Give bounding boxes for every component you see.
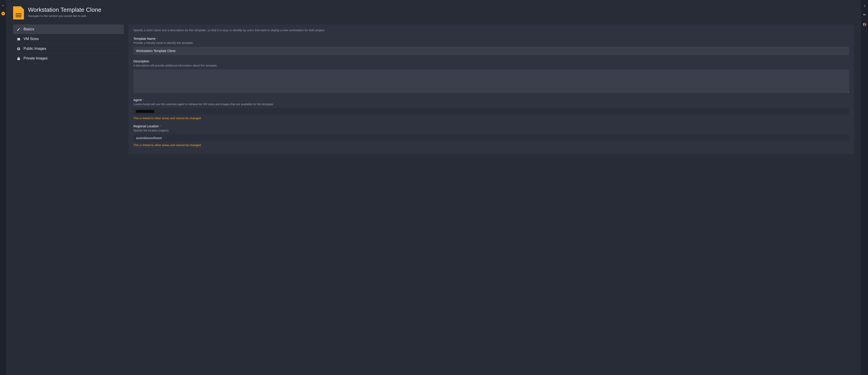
expand-left-rail-icon[interactable]: » [2,4,4,7]
page-header: Workstation Template Clone Navigate to t… [13,6,854,20]
field-template-name: Template Name * Provide a friendly name … [133,37,849,55]
region-locked-value: australiasoutheast [133,134,849,142]
agent-locked-value [133,108,849,115]
field-regional-location: Regional Location * Specify the location… [133,124,849,147]
nav-item-public-images[interactable]: Public Images [13,44,124,54]
description-help: A description will provide additional in… [133,64,849,67]
page-subtitle: Navigate to the section you would like t… [28,14,101,18]
description-input[interactable] [133,69,849,93]
agent-label: Agent [133,98,142,102]
left-rail: » + [0,0,6,375]
collapse-right-rail-icon[interactable]: « [864,4,865,7]
hdd-icon [17,37,20,41]
nav-item-label: Basics [24,27,34,31]
region-label: Regional Location [133,124,159,128]
add-button[interactable]: + [1,12,5,16]
globe-icon [17,47,20,51]
page-title: Workstation Template Clone [28,6,101,13]
agent-redacted-icon [136,110,154,113]
save-icon[interactable] [863,23,866,26]
field-description: Description A description will provide a… [133,59,849,94]
undo-icon[interactable] [863,13,866,17]
template-name-label: Template Name [133,37,156,40]
nav-item-label: Private Images [24,56,48,60]
right-rail: « [861,0,868,375]
required-marker: * [156,37,158,40]
template-name-input[interactable] [133,47,849,55]
document-icon [13,6,24,20]
form-panel: Specify a short name and a description f… [128,24,854,154]
nav-item-vm-sizes[interactable]: VM Sizes [13,34,124,44]
lock-icon [17,57,20,60]
pencil-icon [17,27,20,31]
agent-locked-note: This is linked to other areas and cannot… [133,116,849,120]
region-locked-note: This is linked to other areas and cannot… [133,143,849,147]
nav-item-private-images[interactable]: Private Images [13,54,124,63]
region-help: Specify the location (region). [133,129,849,132]
panel-intro: Specify a short name and a description f… [133,29,849,32]
required-marker: * [143,98,144,102]
field-agent: Agent * Loome Assist will use this selec… [133,98,849,120]
nav-item-basics[interactable]: Basics [13,24,124,34]
region-value: australiasoutheast [136,136,162,140]
main-area: Workstation Template Clone Navigate to t… [6,0,861,375]
section-nav: Basics VM Sizes Public Images [13,24,124,63]
nav-item-label: VM Sizes [24,37,39,41]
required-marker: * [160,124,161,128]
nav-item-label: Public Images [24,47,46,51]
template-name-help: Provide a friendly name to identify this… [133,41,849,45]
agent-help: Loome Assist will use this selected agen… [133,103,849,106]
description-label: Description [133,59,149,63]
